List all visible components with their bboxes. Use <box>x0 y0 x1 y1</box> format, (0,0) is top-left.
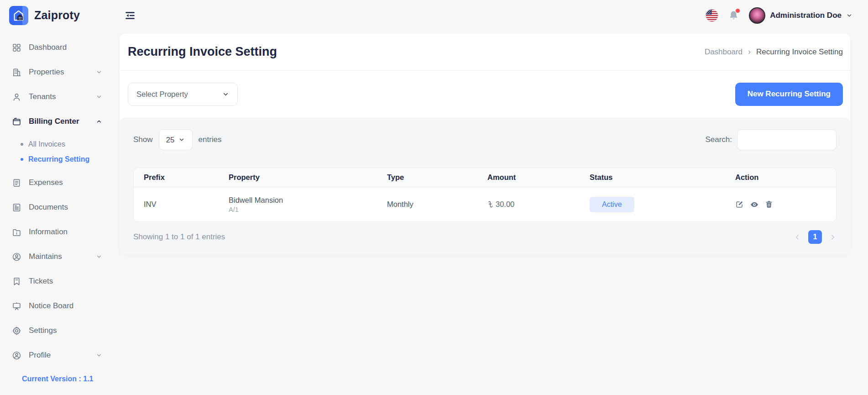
page-size-value: 25 <box>166 136 174 144</box>
search-input[interactable] <box>737 129 837 150</box>
property-name: Bidwell Mansion <box>229 196 377 205</box>
sidebar-item-label: Dashboard <box>29 43 67 52</box>
chevron-down-icon <box>96 253 102 260</box>
sidebar-subitem-label: All Invoices <box>28 140 65 148</box>
search-control: Search: <box>705 129 837 150</box>
sidebar-subitem-label: Recurring Setting <box>28 155 89 163</box>
table-footer: Showing 1 to 1 of 1 entries 1 <box>133 230 837 244</box>
sidebar-item-label: Billing Center <box>29 117 79 126</box>
folder-info-icon <box>12 227 21 237</box>
column-header-prefix: Prefix <box>134 173 219 182</box>
sidebar-item-settings[interactable]: Settings <box>0 318 112 343</box>
cell-property: Bidwell Mansion A/1 <box>219 196 377 213</box>
breadcrumb-dashboard-link[interactable]: Dashboard <box>705 47 743 57</box>
filter-row: Select Property New Recurring Setting <box>120 71 850 117</box>
page-title: Recurring Invoice Setting <box>128 45 277 59</box>
sidebar-item-label: Information <box>29 227 68 237</box>
sidebar-item-expenses[interactable]: Expenses <box>0 170 112 195</box>
chevron-down-icon <box>178 137 185 143</box>
sidebar-item-label: Expenses <box>29 178 63 187</box>
status-badge: Active <box>590 197 634 212</box>
page-size-select[interactable]: 25 <box>159 129 193 150</box>
property-select[interactable]: Select Property <box>128 83 238 106</box>
sidebar-item-label: Properties <box>29 68 64 77</box>
sidebar: Dashboard Properties Tenants <box>0 31 112 395</box>
bullet-icon <box>21 158 23 161</box>
chevron-down-icon <box>222 91 229 98</box>
topbar-right: Administration Doe <box>706 7 852 24</box>
file-text-icon <box>12 178 21 188</box>
column-header-amount: Amount <box>477 173 580 182</box>
avatar <box>749 7 765 24</box>
brand-logo[interactable]: Zaiproty <box>9 6 121 25</box>
sidebar-item-label: Documents <box>29 203 68 212</box>
main-content: Recurring Invoice Setting Dashboard › Re… <box>112 31 868 395</box>
user-circle-icon <box>12 351 21 360</box>
grid-icon <box>12 43 21 53</box>
delete-icon[interactable] <box>765 200 773 209</box>
property-unit: A/1 <box>229 206 377 213</box>
sidebar-item-label: Tenants <box>29 92 56 101</box>
cell-status: Active <box>580 197 725 212</box>
view-icon[interactable] <box>750 200 759 209</box>
sidebar-item-tickets[interactable]: Tickets <box>0 269 112 294</box>
cell-prefix: INV <box>134 200 219 209</box>
sidebar-item-properties[interactable]: Properties <box>0 60 112 84</box>
sidebar-item-dashboard[interactable]: Dashboard <box>0 35 112 60</box>
table-panel: Show 25 entries Search: Prefix <box>120 117 850 255</box>
sidebar-item-label: Profile <box>29 351 51 360</box>
chevron-right-icon: › <box>748 47 751 57</box>
wallet-icon <box>12 117 21 126</box>
user-menu[interactable]: Administration Doe <box>749 7 852 24</box>
sidebar-subitem-all-invoices[interactable]: All Invoices <box>0 137 112 152</box>
table-controls: Show 25 entries Search: <box>133 129 837 150</box>
entries-summary: Showing 1 to 1 of 1 entries <box>133 232 225 242</box>
sidebar-item-information[interactable]: Information <box>0 220 112 244</box>
user-icon <box>12 92 21 102</box>
taka-currency-icon <box>487 200 493 208</box>
page-number-button[interactable]: 1 <box>808 230 822 244</box>
logo-house-icon <box>9 6 28 25</box>
sidebar-item-billing-center[interactable]: Billing Center <box>0 109 112 134</box>
app-version: Current Version : 1.1 <box>0 375 112 389</box>
card-header: Recurring Invoice Setting Dashboard › Re… <box>120 33 850 71</box>
pagination: 1 <box>794 230 837 244</box>
column-header-action: Action <box>725 173 836 182</box>
column-header-type: Type <box>377 173 477 182</box>
show-label: Show <box>133 135 153 144</box>
sidebar-item-label: Tickets <box>29 277 53 286</box>
bullet-icon <box>21 143 23 146</box>
cell-amount: 30.00 <box>477 200 580 209</box>
sidebar-item-label: Notice Board <box>29 301 73 311</box>
brand-name: Zaiproty <box>34 9 80 22</box>
previous-page-icon[interactable] <box>794 233 801 241</box>
next-page-icon[interactable] <box>829 233 837 241</box>
recurring-invoice-card: Recurring Invoice Setting Dashboard › Re… <box>120 33 850 255</box>
sidebar-subitem-recurring-setting[interactable]: Recurring Setting <box>0 152 112 167</box>
user-name: Administration Doe <box>770 11 842 20</box>
building-icon <box>12 68 21 77</box>
entries-label: entries <box>199 135 222 144</box>
chevron-down-icon <box>96 69 102 75</box>
sidebar-item-maintains[interactable]: Maintains <box>0 244 112 269</box>
topbar: Zaiproty <box>0 0 868 31</box>
notifications-bell-icon[interactable] <box>728 10 739 21</box>
recurring-settings-table: Prefix Property Type Amount Status Actio… <box>133 168 837 222</box>
edit-icon[interactable] <box>735 200 744 209</box>
sidebar-item-documents[interactable]: Documents <box>0 195 112 220</box>
breadcrumb: Dashboard › Recurring Invoice Setting <box>705 47 843 57</box>
sidebar-item-tenants[interactable]: Tenants <box>0 84 112 109</box>
sidebar-item-notice-board[interactable]: Notice Board <box>0 294 112 318</box>
cell-actions <box>725 200 836 209</box>
language-flag-icon[interactable] <box>706 9 718 22</box>
new-recurring-setting-button[interactable]: New Recurring Setting <box>735 83 843 106</box>
chevron-down-icon <box>846 12 852 19</box>
bookmark-icon <box>12 277 21 286</box>
billing-center-submenu: All Invoices Recurring Setting <box>0 134 112 170</box>
user-circle-icon <box>12 252 21 262</box>
sidebar-item-profile[interactable]: Profile <box>0 343 112 368</box>
table-header-row: Prefix Property Type Amount Status Actio… <box>134 168 836 187</box>
sidebar-collapse-icon[interactable] <box>124 10 136 21</box>
chevron-down-icon <box>96 352 102 358</box>
column-header-status: Status <box>580 173 725 182</box>
